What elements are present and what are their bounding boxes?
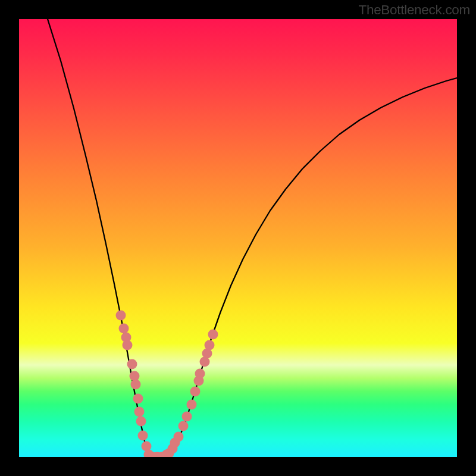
chart-frame: TheBottleneck.com	[0, 0, 476, 476]
data-marker	[136, 416, 146, 427]
data-marker	[134, 407, 145, 417]
data-marker	[190, 387, 201, 397]
data-marker	[187, 400, 197, 410]
data-marker	[116, 311, 126, 321]
data-marker	[123, 340, 133, 350]
data-marker	[119, 324, 129, 334]
watermark-text: TheBottleneck.com	[359, 2, 471, 18]
curve-markers	[116, 311, 218, 458]
data-marker	[178, 421, 189, 431]
data-marker	[208, 330, 218, 340]
data-marker	[174, 432, 184, 442]
bottleneck-curve-svg	[19, 19, 457, 457]
data-marker	[138, 431, 148, 441]
data-marker	[205, 340, 215, 350]
data-marker	[127, 359, 137, 369]
plot-area	[19, 19, 457, 457]
bottleneck-curve	[48, 19, 457, 457]
data-marker	[131, 380, 141, 390]
data-marker	[182, 412, 192, 422]
data-marker	[133, 394, 143, 404]
data-marker	[195, 369, 205, 379]
